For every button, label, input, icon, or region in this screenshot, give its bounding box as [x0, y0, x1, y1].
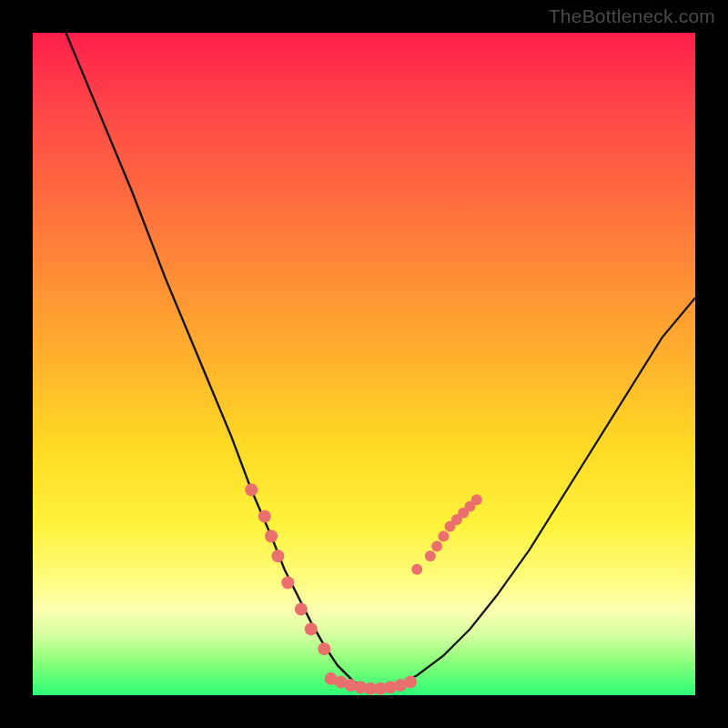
data-marker	[404, 675, 417, 688]
curve-svg	[33, 33, 695, 695]
data-marker	[281, 576, 294, 589]
data-marker	[425, 551, 436, 561]
watermark-text: TheBottleneck.com	[549, 5, 715, 27]
left-marker-group	[245, 483, 330, 655]
data-marker	[245, 483, 258, 496]
data-marker	[258, 510, 271, 522]
data-marker	[305, 622, 318, 635]
data-marker	[295, 602, 308, 615]
data-marker	[431, 541, 442, 551]
bottom-marker-group	[325, 672, 417, 695]
data-marker	[318, 642, 330, 655]
data-marker	[265, 530, 278, 542]
right-marker-group	[411, 494, 482, 575]
right-curve	[378, 298, 695, 692]
data-marker	[438, 531, 449, 541]
data-marker	[411, 564, 422, 575]
plot-area	[33, 33, 695, 695]
chart-frame: TheBottleneck.com	[0, 0, 728, 728]
data-marker	[471, 494, 482, 505]
data-marker	[271, 550, 284, 562]
left-curve	[66, 33, 377, 692]
